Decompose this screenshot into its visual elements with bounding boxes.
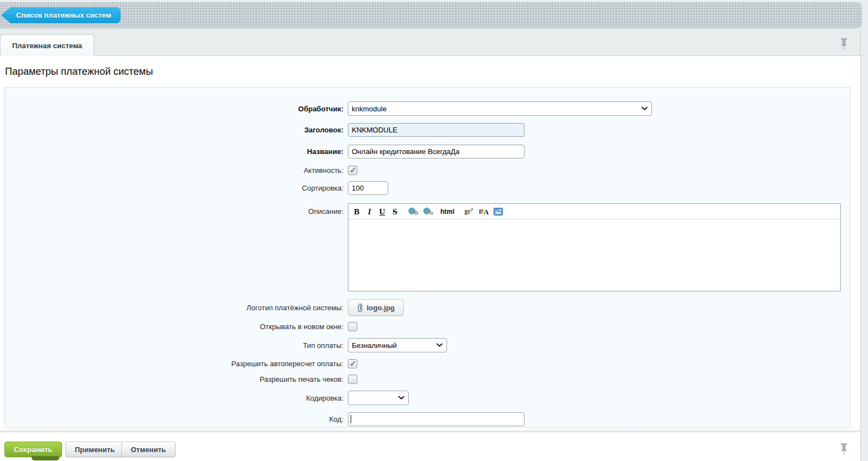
remove-link-icon[interactable] <box>423 207 433 216</box>
paperclip-icon <box>357 303 363 313</box>
admin-page: Список платежных систем Платежная систем… <box>0 0 868 461</box>
bold-button[interactable]: B <box>353 207 361 217</box>
encoding-select[interactable] <box>348 391 409 405</box>
form-row-name: Название: <box>5 145 850 158</box>
form-row-active: Активность: <box>5 166 850 175</box>
form-row-encoding: Кодировка: <box>5 391 850 405</box>
form-row-logo: Логотип платёжной системы: logo.jpg <box>5 299 850 316</box>
save-button-label: Сохранить <box>14 445 53 454</box>
handler-label: Обработчик: <box>5 105 343 113</box>
save-button[interactable]: Сохранить <box>4 442 62 457</box>
logo-file-name: logo.jpg <box>367 304 395 312</box>
print-checks-checkbox[interactable] <box>348 375 357 384</box>
payment-type-select[interactable]: Безналичный <box>348 338 447 352</box>
description-editor: B I U S <box>348 203 841 291</box>
insert-image-icon[interactable] <box>494 208 503 216</box>
pushpin-icon[interactable] <box>840 442 848 458</box>
editor-toolbar: B I U S <box>348 204 840 219</box>
form-row-payment-type: Тип оплаты: Безналичный <box>5 338 850 352</box>
sort-input[interactable] <box>348 181 388 195</box>
title-input[interactable] <box>348 123 525 137</box>
logo-label: Логотип платёжной системы: <box>5 304 343 312</box>
code-label: Код: <box>5 415 343 423</box>
form-row-new-window: Открывать в новом окне: <box>5 322 850 331</box>
footer-divider-line <box>0 432 860 432</box>
payment-type-label: Тип оплаты: <box>5 341 343 350</box>
top-navigation-bar: Список платежных систем <box>0 2 862 28</box>
cancel-button[interactable]: Отменить <box>121 442 176 457</box>
save-button-fold <box>32 456 59 460</box>
content-card: Платежная система Параметры платежной си… <box>0 29 861 461</box>
description-edit-area[interactable] <box>348 219 840 291</box>
name-label: Название: <box>5 147 343 156</box>
title-label: Заголовок: <box>5 126 343 134</box>
typograf-pencil-icon[interactable] <box>464 207 474 216</box>
apply-button[interactable]: Применить <box>65 442 124 457</box>
form-row-auto-recalc: Разрешить автопересчет оплаты: <box>5 359 850 368</box>
code-input[interactable] <box>348 412 525 426</box>
svg-text:A: A <box>484 208 489 216</box>
page-title: Параметры платежной системы <box>5 66 153 78</box>
html-mode-button[interactable]: html <box>440 207 454 217</box>
active-label: Активность: <box>5 166 343 175</box>
form-row-description: Описание: B I U S <box>5 203 850 291</box>
insert-link-icon[interactable] <box>408 207 418 216</box>
description-label: Описание: <box>5 203 343 216</box>
handler-select[interactable]: knkmodule <box>348 101 652 116</box>
auto-recalc-label: Разрешить автопересчет оплаты: <box>5 360 343 368</box>
tab-strip: Платежная система <box>0 29 860 56</box>
name-input[interactable] <box>348 145 525 158</box>
form-row-sort: Сортировка: <box>5 181 850 195</box>
auto-recalc-checkbox[interactable] <box>348 359 357 368</box>
sort-label: Сортировка: <box>5 184 343 192</box>
font-color-icon[interactable]: A <box>479 207 489 216</box>
new-window-label: Открывать в новом окне: <box>5 322 343 331</box>
form-row-handler: Обработчик: knkmodule <box>5 101 850 116</box>
encoding-label: Кодировка: <box>5 394 343 402</box>
form-row-print-checks: Разрешить печать чеков: <box>5 375 850 384</box>
underline-button[interactable]: U <box>378 207 386 217</box>
form-row-code: Код: <box>5 412 850 426</box>
payment-system-form: Обработчик: knkmodule Заголовок: Названи… <box>4 87 850 428</box>
tab-payment-system[interactable]: Платежная система <box>0 34 94 56</box>
active-checkbox[interactable] <box>348 166 357 175</box>
italic-button[interactable]: I <box>366 207 373 217</box>
form-row-title: Заголовок: <box>5 123 850 137</box>
logo-file-button[interactable]: logo.jpg <box>348 299 404 316</box>
back-to-payment-systems-button[interactable]: Список платежных систем <box>1 7 121 23</box>
print-checks-label: Разрешить печать чеков: <box>5 375 343 383</box>
new-window-checkbox[interactable] <box>348 322 357 331</box>
strikethrough-button[interactable]: S <box>391 207 399 217</box>
pushpin-icon[interactable] <box>840 37 848 53</box>
text-caret <box>351 415 351 423</box>
